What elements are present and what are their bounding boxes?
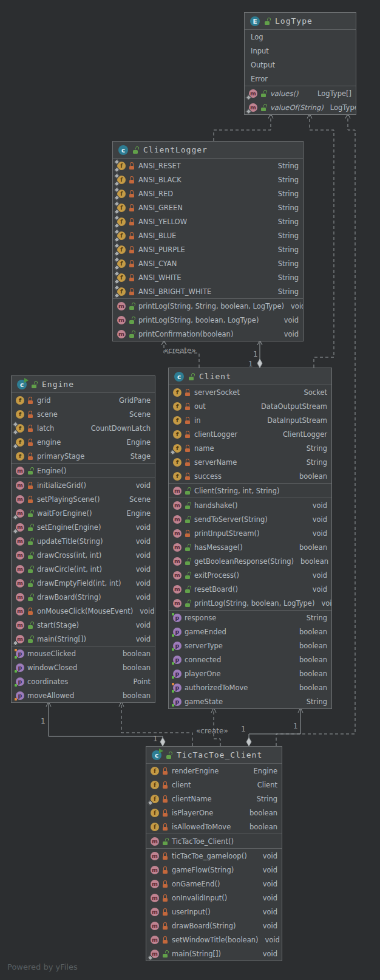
- enum-constant-row[interactable]: Input: [245, 44, 356, 58]
- method-row[interactable]: mticTacToe_gameloop()void: [146, 849, 282, 863]
- method-row[interactable]: mresetBoard()void: [169, 582, 331, 596]
- method-row[interactable]: mdrawBoard(String)void: [12, 590, 155, 604]
- field-row[interactable]: flatchCountDownLatch: [12, 421, 155, 435]
- method-row[interactable]: mhasMessage()boolean: [169, 540, 331, 554]
- constructor-row[interactable]: mEngine(): [12, 464, 155, 478]
- field-row[interactable]: fclientClient: [146, 778, 282, 792]
- method-row[interactable]: muserInput()void: [146, 905, 282, 919]
- field-row[interactable]: fANSI_YELLOWString: [113, 214, 303, 228]
- enum-constant-row[interactable]: Output: [245, 58, 356, 72]
- method-row[interactable]: mgameFlow(String)void: [146, 863, 282, 877]
- method-row[interactable]: minitializeGrid()void: [12, 478, 155, 492]
- method-row[interactable]: mdrawBoard(String)void: [146, 919, 282, 933]
- field-icon: f: [173, 416, 182, 425]
- method-row[interactable]: mprintLog(String, boolean, LogType)void: [169, 596, 331, 610]
- class-box-tictactoe_client[interactable]: cTicTacToe_ClientfrenderEngineEnginefcli…: [146, 746, 282, 961]
- field-row[interactable]: fgridGridPane: [12, 393, 155, 407]
- enum-constant-row[interactable]: Error: [245, 72, 356, 86]
- field-row[interactable]: fANSI_CYANString: [113, 256, 303, 270]
- propertie-row[interactable]: pmoveAllowedboolean: [12, 688, 155, 702]
- method-icon: m: [151, 837, 159, 846]
- method-row[interactable]: mprintLog(String, String, boolean, LogTy…: [113, 299, 303, 313]
- field-row[interactable]: fANSI_REDString: [113, 187, 303, 200]
- field-row[interactable]: fnameString: [169, 441, 331, 455]
- field-row[interactable]: fclientNameString: [146, 792, 282, 806]
- class-header[interactable]: cEngine: [12, 376, 155, 393]
- field-row[interactable]: fANSI_RESETString: [113, 159, 303, 173]
- method-row[interactable]: mgetBooleanResponse(String)boolean: [169, 554, 331, 568]
- method-icon: m: [16, 621, 24, 629]
- public-lock-icon: [264, 17, 271, 26]
- field-row[interactable]: fANSI_BRIGHT_WHITEString: [113, 284, 303, 298]
- method-row[interactable]: monMouseClick(MouseEvent)void: [12, 604, 155, 618]
- field-row[interactable]: fsuccessboolean: [169, 469, 331, 483]
- method-row[interactable]: mmain(String[])void: [146, 947, 282, 961]
- class-box-engine[interactable]: cEnginefgridGridPanefsceneSceneflatchCou…: [11, 375, 155, 703]
- method-row[interactable]: mdrawCircle(int, int)void: [12, 562, 155, 576]
- method-row[interactable]: mupdateTitle(String)void: [12, 534, 155, 548]
- field-row[interactable]: fsceneScene: [12, 407, 155, 421]
- propertie-row[interactable]: pauthorizedToMoveboolean: [169, 680, 331, 694]
- field-row[interactable]: fANSI_WHITEString: [113, 270, 303, 284]
- field-row[interactable]: fengineEngine: [12, 435, 155, 449]
- method-row[interactable]: mstart(Stage)void: [12, 618, 155, 632]
- method-row[interactable]: monGameEnd()void: [146, 877, 282, 891]
- member-name: resetBoard(): [194, 585, 238, 594]
- class-box-clientlogger[interactable]: cClientLoggerfANSI_RESETStringfANSI_BLAC…: [112, 141, 304, 341]
- field-row[interactable]: fclientLoggerClientLogger: [169, 427, 331, 441]
- method-row[interactable]: msetPlayingScene()Scene: [12, 492, 155, 506]
- member-name: success: [194, 472, 222, 481]
- class-header[interactable]: cClient: [169, 368, 331, 385]
- propertie-row[interactable]: presponseString: [169, 611, 331, 625]
- public-lock-icon: [27, 509, 34, 518]
- method-row[interactable]: mmain(String[])void: [12, 632, 155, 646]
- method-row[interactable]: mvalues()LogType[]: [245, 86, 356, 100]
- method-row[interactable]: mprintLog(String, boolean, LogType)void: [113, 313, 303, 327]
- propertie-row[interactable]: pgameEndedboolean: [169, 625, 331, 639]
- method-row[interactable]: mvalueOf(String)LogType: [245, 100, 356, 114]
- propertie-row[interactable]: pserverTypeboolean: [169, 639, 331, 653]
- propertie-row[interactable]: pwindowClosedboolean: [12, 660, 155, 674]
- propertie-row[interactable]: pgameStateString: [169, 694, 331, 708]
- method-row[interactable]: mprintConfirmation(boolean)void: [113, 327, 303, 341]
- method-row[interactable]: mdrawCross(int, int)void: [12, 548, 155, 562]
- field-row[interactable]: fisPlayerOneboolean: [146, 806, 282, 820]
- field-row[interactable]: finDataInputStream: [169, 413, 331, 427]
- member-name: drawBoard(String): [172, 922, 236, 930]
- method-row[interactable]: mdrawEmptyField(int, int)void: [12, 576, 155, 590]
- method-row[interactable]: mwaitForEngine()Engine: [12, 506, 155, 520]
- constructor-row[interactable]: mTicTacToe_Client(): [146, 834, 282, 848]
- field-row[interactable]: fserverSocketSocket: [169, 385, 331, 399]
- method-row[interactable]: msendToServer(String)void: [169, 512, 331, 526]
- field-row[interactable]: fserverNameString: [169, 455, 331, 469]
- field-icon: f: [117, 273, 126, 282]
- field-row[interactable]: foutDataOutputStream: [169, 399, 331, 413]
- field-row[interactable]: fANSI_GREENString: [113, 200, 303, 214]
- class-header[interactable]: cTicTacToe_Client: [146, 747, 282, 764]
- class-box-client[interactable]: cClientfserverSocketSocketfoutDataOutput…: [168, 368, 332, 709]
- class-box-logtype[interactable]: ELogTypeLogInputOutputErrormvalues()LogT…: [244, 12, 356, 115]
- field-row[interactable]: fANSI_PURPLEString: [113, 242, 303, 256]
- method-row[interactable]: msetEngine(Engine)void: [12, 520, 155, 534]
- method-row[interactable]: mprintInputStream()void: [169, 526, 331, 540]
- propertie-row[interactable]: pmouseClickedboolean: [12, 646, 155, 660]
- method-row[interactable]: monInvalidInput()void: [146, 891, 282, 905]
- member-type: String: [253, 795, 277, 803]
- class-header[interactable]: ELogType: [245, 13, 356, 30]
- propertie-row[interactable]: pplayerOneboolean: [169, 666, 331, 680]
- public-lock-icon: [185, 585, 191, 594]
- method-row[interactable]: msetWindowTitle(boolean)void: [146, 933, 282, 947]
- field-row[interactable]: fANSI_BLACKString: [113, 173, 303, 187]
- constructor-row[interactable]: mClient(String, int, String): [169, 484, 331, 498]
- field-row[interactable]: fisAllowedToMoveboolean: [146, 820, 282, 834]
- field-row[interactable]: frenderEngineEngine: [146, 764, 282, 778]
- propertie-row[interactable]: pcoordinatesPoint: [12, 674, 155, 688]
- propertie-row[interactable]: pconnectedboolean: [169, 653, 331, 666]
- field-row[interactable]: fANSI_BLUEString: [113, 228, 303, 242]
- class-header[interactable]: cClientLogger: [113, 142, 303, 159]
- diagram-canvas[interactable]: ELogTypeLogInputOutputErrormvalues()LogT…: [0, 0, 380, 980]
- method-row[interactable]: mexitProcess()void: [169, 568, 331, 582]
- field-row[interactable]: fprimaryStageStage: [12, 449, 155, 463]
- enum-constant-row[interactable]: Log: [245, 30, 356, 44]
- method-row[interactable]: mhandshake()void: [169, 498, 331, 512]
